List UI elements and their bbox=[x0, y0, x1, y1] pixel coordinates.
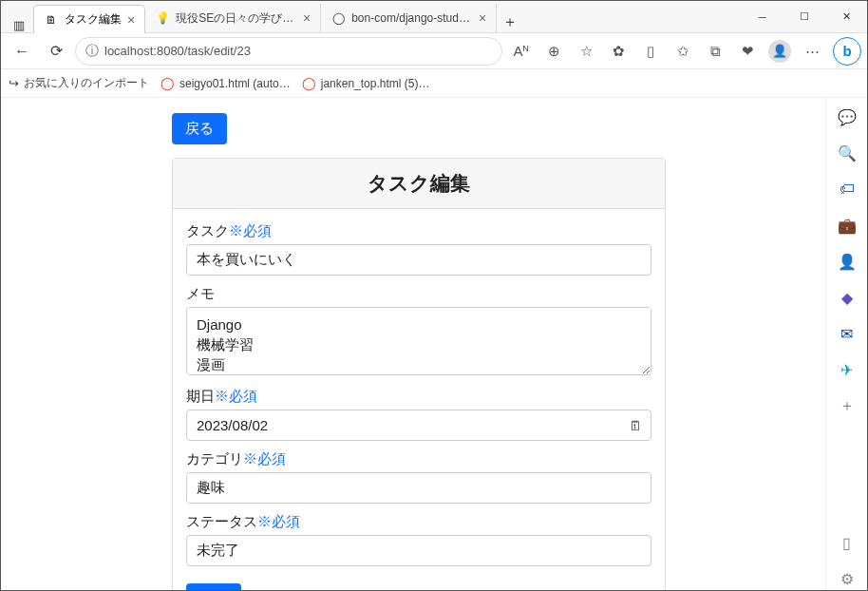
submit-button[interactable]: 更新 bbox=[186, 583, 241, 590]
task-input[interactable] bbox=[186, 244, 651, 276]
github-icon: ◯ bbox=[330, 10, 346, 26]
office-icon[interactable]: ◆ bbox=[836, 286, 859, 309]
memo-label: メモ bbox=[186, 285, 651, 303]
close-icon[interactable]: × bbox=[127, 12, 135, 28]
window-close-button[interactable]: ✕ bbox=[825, 1, 867, 32]
panel-toggle-icon[interactable]: ▯ bbox=[836, 531, 859, 554]
settings-icon[interactable]: ⚙ bbox=[836, 567, 859, 590]
nav-back-button[interactable]: ← bbox=[7, 36, 37, 67]
browser-tab[interactable]: 💡 現役SEの日々の学び｜ぼんの備忘… × bbox=[145, 4, 321, 32]
url-input[interactable] bbox=[104, 44, 492, 58]
category-select[interactable] bbox=[186, 472, 651, 504]
bookmark-label: seigyo01.html (auto… bbox=[179, 77, 291, 90]
card-header: タスク編集 bbox=[173, 159, 665, 209]
tab-title: 現役SEの日々の学び｜ぼんの備忘… bbox=[176, 10, 297, 27]
page-title: タスク編集 bbox=[186, 170, 651, 197]
red-ring-icon: ◯ bbox=[160, 76, 175, 90]
import-icon: ↪ bbox=[9, 76, 19, 90]
extensions-icon[interactable]: ✿ bbox=[603, 36, 633, 67]
read-aloud-icon[interactable]: Aᴺ bbox=[506, 36, 537, 67]
browser-tab-active[interactable]: 🗎 タスク編集 × bbox=[33, 5, 145, 33]
deadline-label: 期日※必須 bbox=[186, 388, 651, 406]
page-content: 戻る タスク編集 タスク※必須 メモ 期日※必須 bbox=[1, 98, 825, 590]
send-icon[interactable]: ✈ bbox=[836, 358, 859, 381]
person-icon[interactable]: 👤 bbox=[836, 250, 859, 273]
close-icon[interactable]: × bbox=[479, 10, 486, 26]
status-select[interactable] bbox=[186, 535, 651, 566]
task-label: タスク※必須 bbox=[186, 222, 651, 240]
bulb-icon: 💡 bbox=[155, 10, 170, 26]
browser-tab[interactable]: ◯ bon-com/django-study-04: Djan… × bbox=[321, 4, 497, 32]
file-icon: 🗎 bbox=[44, 12, 59, 28]
reading-list-icon[interactable]: ▯ bbox=[635, 36, 666, 67]
tab-overview-icon[interactable]: ▥ bbox=[5, 18, 33, 32]
bookmark-item[interactable]: ◯ seigyo01.html (auto… bbox=[160, 76, 291, 90]
category-label: カテゴリ※必須 bbox=[186, 450, 651, 468]
performance-icon[interactable]: ❤ bbox=[732, 36, 763, 67]
url-box[interactable]: ⓘ bbox=[75, 37, 502, 66]
chat-icon[interactable]: 💬 bbox=[836, 105, 859, 128]
edge-sidebar: 💬 🔍 🏷 💼 👤 ◆ ✉ ✈ ＋ ▯ ⚙ bbox=[825, 98, 867, 590]
deadline-input[interactable] bbox=[186, 410, 651, 441]
tab-title: タスク編集 bbox=[65, 11, 122, 28]
nav-refresh-button[interactable]: ⟳ bbox=[41, 36, 71, 67]
bookmark-label: janken_top.html (5)… bbox=[321, 77, 430, 90]
new-tab-button[interactable]: ＋ bbox=[497, 12, 523, 32]
bing-chat-icon[interactable]: b bbox=[833, 37, 861, 66]
back-button[interactable]: 戻る bbox=[172, 113, 227, 144]
favorite-icon[interactable]: ☆ bbox=[571, 36, 601, 67]
red-ring-icon: ◯ bbox=[302, 76, 316, 90]
bookmarks-bar: ↪ お気に入りのインポート ◯ seigyo01.html (auto… ◯ j… bbox=[1, 69, 867, 98]
window-minimize-button[interactable]: ─ bbox=[742, 1, 783, 32]
more-icon[interactable]: ⋯ bbox=[797, 36, 827, 67]
tag-icon[interactable]: 🏷 bbox=[836, 178, 859, 200]
briefcase-icon[interactable]: 💼 bbox=[836, 214, 859, 237]
zoom-icon[interactable]: ⊕ bbox=[538, 36, 569, 67]
calendar-icon[interactable]: 🗓 bbox=[629, 418, 642, 433]
edit-card: タスク編集 タスク※必須 メモ 期日※必須 bbox=[172, 158, 666, 590]
search-icon[interactable]: 🔍 bbox=[836, 142, 859, 164]
bookmark-import[interactable]: ↪ お気に入りのインポート bbox=[9, 75, 149, 91]
bookmark-item[interactable]: ◯ janken_top.html (5)… bbox=[302, 76, 430, 90]
outlook-icon[interactable]: ✉ bbox=[836, 322, 859, 345]
collections-icon[interactable]: ⧉ bbox=[700, 36, 730, 67]
site-info-icon[interactable]: ⓘ bbox=[85, 43, 99, 60]
plus-icon[interactable]: ＋ bbox=[836, 394, 859, 417]
favorites-icon[interactable]: ✩ bbox=[668, 36, 698, 67]
profile-avatar[interactable]: 👤 bbox=[764, 36, 795, 67]
window-maximize-button[interactable]: ☐ bbox=[783, 1, 825, 32]
close-icon[interactable]: × bbox=[303, 10, 311, 26]
browser-titlebar: ▥ 🗎 タスク編集 × 💡 現役SEの日々の学び｜ぼんの備忘… × ◯ bon-… bbox=[1, 1, 867, 33]
memo-textarea[interactable] bbox=[186, 307, 651, 375]
status-label: ステータス※必須 bbox=[186, 513, 651, 531]
bookmark-label: お気に入りのインポート bbox=[24, 75, 149, 91]
browser-address-bar: ← ⟳ ⓘ Aᴺ ⊕ ☆ ✿ ▯ ✩ ⧉ ❤ 👤 ⋯ b bbox=[1, 33, 867, 69]
tab-title: bon-com/django-study-04: Djan… bbox=[351, 11, 473, 25]
